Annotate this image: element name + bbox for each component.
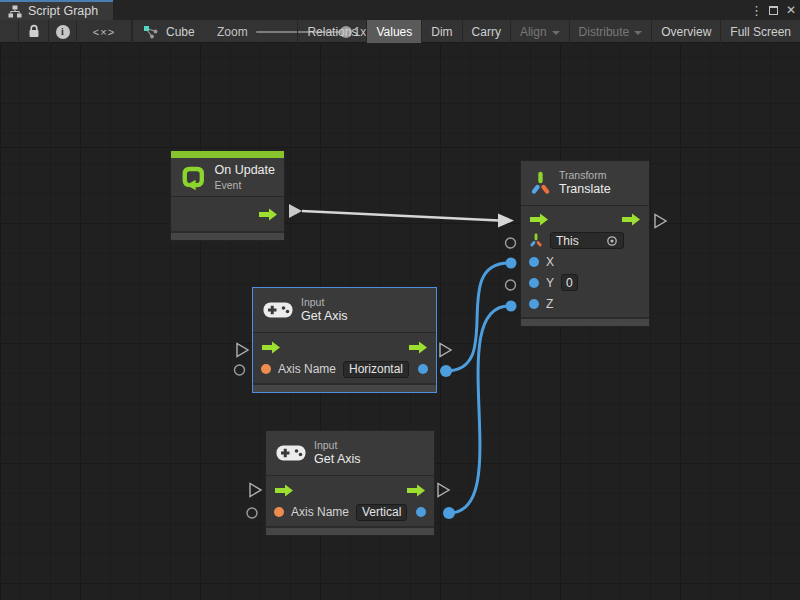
- flow-output-port-getaxis-h[interactable]: [440, 344, 451, 357]
- object-picker-icon[interactable]: [606, 235, 618, 247]
- flow-arrow-icon[interactable]: [258, 208, 278, 221]
- axis-name-row: Axis Name Horizontal: [253, 358, 436, 380]
- event-accent-bar: [171, 151, 284, 158]
- gamepad-icon: [263, 300, 293, 320]
- align-dropdown[interactable]: Align: [510, 20, 569, 43]
- z-port-row: Z: [521, 293, 649, 314]
- axis-name-field[interactable]: Horizontal: [343, 361, 409, 378]
- node-get-axis-horizontal[interactable]: Input Get Axis Axis Name Horizontal: [252, 287, 437, 393]
- toolbar-toggles: Relations Values Dim Carry Align Distrib…: [297, 20, 800, 43]
- z-port-dot[interactable]: [529, 299, 539, 309]
- flow-output-arrow-icon[interactable]: [621, 213, 641, 226]
- graph-nodes-icon: [143, 25, 159, 39]
- x-port-label: X: [546, 255, 554, 269]
- node-on-update[interactable]: On Update Event: [170, 150, 285, 241]
- lock-icon: [28, 24, 40, 39]
- flow-input-arrow-icon[interactable]: [529, 213, 549, 226]
- axis-name-label: Axis Name: [291, 505, 349, 519]
- distribute-dropdown[interactable]: Distribute: [569, 20, 652, 43]
- graph-hierarchy-icon: [8, 5, 22, 18]
- toggle-dim[interactable]: Dim: [421, 20, 461, 43]
- chevron-down-icon: [552, 31, 560, 35]
- flow-input-port-getaxis-v[interactable]: [250, 484, 261, 497]
- x-input-port[interactable]: [506, 258, 517, 269]
- tab-title: Script Graph: [28, 4, 98, 18]
- axis-name-value: Horizontal: [349, 362, 403, 376]
- node-translate[interactable]: Transform Translate This: [520, 160, 650, 327]
- result-port-dot[interactable]: [416, 507, 426, 517]
- node-category: Transform: [559, 169, 611, 182]
- node-title: Get Axis: [314, 452, 361, 468]
- y-value-field[interactable]: 0: [561, 274, 578, 291]
- node-title: Translate: [559, 182, 611, 198]
- lock-button[interactable]: [18, 20, 48, 43]
- graph-reference[interactable]: Cube: [132, 20, 195, 43]
- on-update-loop-icon: [180, 164, 207, 191]
- y-port-dot[interactable]: [529, 278, 539, 288]
- target-port-row: This: [521, 230, 649, 251]
- node-get-axis-vertical[interactable]: Input Get Axis Axis Name Vertical: [265, 430, 435, 536]
- node-title: Get Axis: [301, 309, 348, 325]
- overview-button[interactable]: Overview: [651, 20, 720, 43]
- result-port-dot[interactable]: [418, 364, 428, 374]
- flow-port-row: [266, 479, 434, 501]
- flow-output-port-getaxis-v[interactable]: [438, 484, 449, 497]
- node-footer: [171, 231, 284, 240]
- wire-arrowhead: [498, 214, 514, 228]
- zoom-label: Zoom: [217, 25, 248, 39]
- distribute-label: Distribute: [579, 25, 630, 39]
- axis-name-row: Axis Name Vertical: [266, 501, 434, 523]
- axisname-input-port-v[interactable]: [247, 508, 257, 518]
- x-port-dot[interactable]: [529, 257, 539, 267]
- tab-script-graph[interactable]: Script Graph: [0, 0, 113, 20]
- y-port-label: Y: [546, 276, 554, 290]
- toggle-carry[interactable]: Carry: [462, 20, 510, 43]
- target-input-port[interactable]: [506, 238, 516, 248]
- window-menu-icon[interactable]: ⋮: [750, 3, 762, 18]
- flow-input-arrow-icon[interactable]: [274, 484, 294, 497]
- target-value: This: [556, 234, 579, 248]
- code-preview-button[interactable]: <×>: [76, 20, 132, 43]
- axisname-input-port-h[interactable]: [235, 365, 245, 375]
- y-input-port[interactable]: [506, 280, 516, 290]
- titlebar: Script Graph ⋮ ✕: [0, 0, 800, 20]
- flow-output-arrow-icon[interactable]: [408, 341, 428, 354]
- y-port-row: Y 0: [521, 272, 649, 293]
- y-value: 0: [566, 276, 573, 290]
- transform-axes-icon: [530, 170, 551, 197]
- node-footer: [521, 317, 649, 326]
- flow-input-port-getaxis-h[interactable]: [237, 344, 248, 357]
- value-output-port-vertical[interactable]: [443, 507, 455, 519]
- info-button[interactable]: i: [48, 20, 76, 43]
- maximize-icon[interactable]: [769, 6, 778, 15]
- flow-output-port-onupdate[interactable]: [289, 204, 302, 218]
- toggle-relations[interactable]: Relations: [297, 20, 366, 43]
- graph-toolbar: i <×> Cube Zoom 1x Relations Values Dim: [0, 20, 800, 43]
- target-field[interactable]: This: [550, 232, 624, 249]
- script-graph-window: Script Graph ⋮ ✕ i <×>: [0, 0, 800, 600]
- value-output-port-horizontal[interactable]: [440, 365, 452, 377]
- flow-input-arrow-icon[interactable]: [261, 341, 281, 354]
- fullscreen-button[interactable]: Full Screen: [720, 20, 800, 43]
- value-wire-vertical-to-z[interactable]: [443, 301, 517, 520]
- axis-name-port-dot[interactable]: [261, 364, 271, 374]
- control-wire-onupdate-to-translate[interactable]: [289, 204, 514, 228]
- flow-output-arrow-icon[interactable]: [406, 484, 426, 497]
- code-icon: <×>: [93, 26, 115, 38]
- chevron-down-icon: [634, 31, 642, 35]
- axis-name-port-dot[interactable]: [274, 507, 284, 517]
- axis-name-field[interactable]: Vertical: [356, 504, 407, 521]
- node-footer: [266, 526, 434, 535]
- toggle-values[interactable]: Values: [366, 20, 421, 43]
- axis-name-value: Vertical: [362, 505, 401, 519]
- z-input-port[interactable]: [506, 301, 517, 312]
- node-subtitle: Event: [215, 179, 275, 192]
- info-icon: i: [56, 25, 70, 39]
- node-category: Input: [314, 439, 361, 452]
- transform-mini-icon: [529, 233, 543, 248]
- close-icon[interactable]: ✕: [785, 3, 797, 17]
- flow-output-port-translate[interactable]: [655, 215, 666, 228]
- graph-name-label: Cube: [166, 25, 195, 39]
- flow-port-row: [253, 336, 436, 358]
- flow-port-row: [521, 209, 649, 230]
